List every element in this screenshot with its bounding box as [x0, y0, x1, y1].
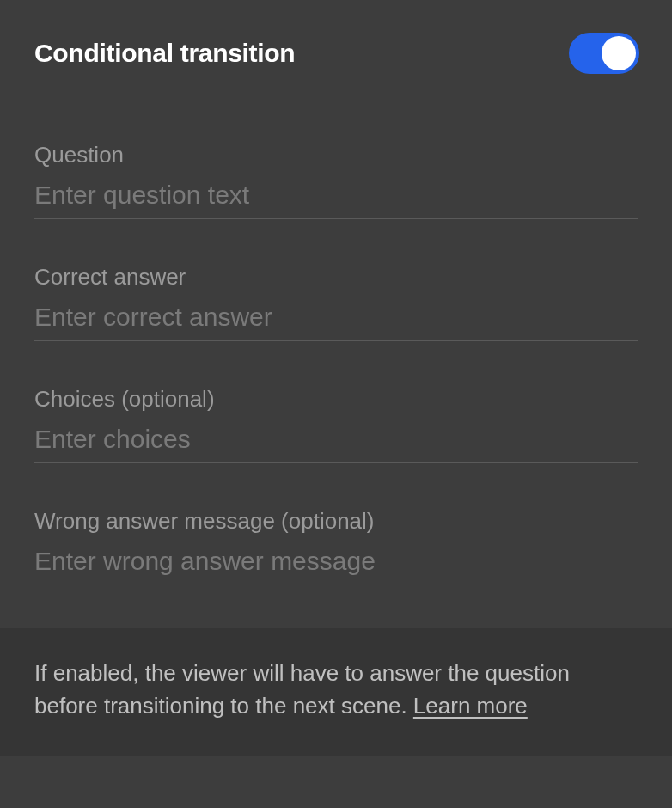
question-field: Question [34, 142, 638, 219]
learn-more-link[interactable]: Learn more [413, 693, 528, 719]
correct-answer-input[interactable] [34, 297, 638, 341]
question-input[interactable] [34, 175, 638, 219]
form-section: Question Correct answer Choices (optiona… [0, 107, 672, 628]
wrong-answer-message-label: Wrong answer message (optional) [34, 508, 638, 535]
choices-label: Choices (optional) [34, 386, 638, 413]
footer: If enabled, the viewer will have to answ… [0, 628, 672, 756]
wrong-answer-message-input[interactable] [34, 542, 638, 585]
footer-description-container: If enabled, the viewer will have to answ… [34, 658, 638, 722]
correct-answer-field: Correct answer [34, 264, 638, 341]
conditional-transition-toggle[interactable] [569, 33, 639, 74]
panel-title: Conditional transition [34, 39, 295, 68]
toggle-knob [602, 36, 636, 70]
question-label: Question [34, 142, 638, 168]
choices-field: Choices (optional) [34, 386, 638, 463]
wrong-answer-message-field: Wrong answer message (optional) [34, 508, 638, 585]
choices-input[interactable] [34, 419, 638, 463]
header: Conditional transition [0, 0, 672, 107]
correct-answer-label: Correct answer [34, 264, 638, 291]
